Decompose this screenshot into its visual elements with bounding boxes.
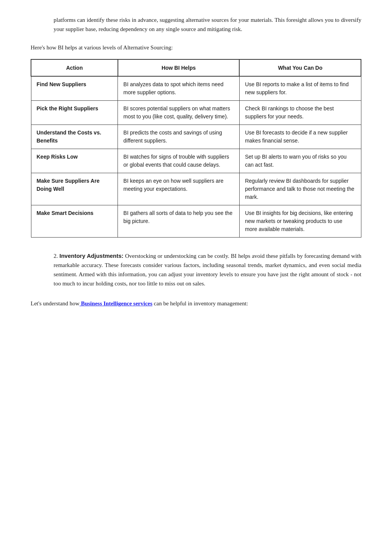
section-number: 2.	[54, 253, 58, 259]
table-cell-bi-helps: BI gathers all sorts of data to help you…	[118, 205, 240, 238]
table-cell-what-you-can-do: Set up BI alerts to warn you of risks so…	[239, 149, 361, 173]
table-cell-bi-helps: BI watches for signs of trouble with sup…	[118, 149, 240, 173]
table-cell-bi-helps: BI analyzes data to spot which items nee…	[118, 76, 240, 101]
table-cell-bi-helps: BI keeps an eye on how well suppliers ar…	[118, 173, 240, 205]
table-cell-what-you-can-do: Check BI rankings to choose the best sup…	[239, 101, 361, 125]
col-header-what-you-can-do: What You Can Do	[239, 59, 361, 76]
table-row: Make Sure Suppliers Are Doing WellBI kee…	[31, 173, 361, 205]
section-title: Inventory Adjustments:	[59, 252, 123, 259]
table-cell-action: Find New Suppliers	[31, 76, 118, 101]
table-cell-action: Pick the Right Suppliers	[31, 101, 118, 125]
table-row: Make Smart DecisionsBI gathers all sorts…	[31, 205, 361, 238]
table-row: Understand the Costs vs. BenefitsBI pred…	[31, 125, 361, 149]
table-row: Pick the Right SuppliersBI scores potent…	[31, 101, 361, 125]
table-cell-what-you-can-do: Regularly review BI dashboards for suppl…	[239, 173, 361, 205]
bottom-prefix: Let's understand how	[31, 300, 80, 307]
table-cell-what-you-can-do: Use BI reports to make a list of items t…	[239, 76, 361, 101]
table-cell-action: Keep Risks Low	[31, 149, 118, 173]
col-header-action: Action	[31, 59, 118, 76]
col-header-bi-helps: How BI Helps	[118, 59, 240, 76]
table-cell-bi-helps: BI predicts the costs and savings of usi…	[118, 125, 240, 149]
table-cell-action: Understand the Costs vs. Benefits	[31, 125, 118, 149]
bottom-suffix: can be helpful in inventory management:	[152, 300, 248, 307]
inventory-adjustments-section: 2.Inventory Adjustments: Overstocking or…	[31, 251, 361, 288]
table-cell-what-you-can-do: Use BI forecasts to decide if a new supp…	[239, 125, 361, 149]
table-cell-action: Make Smart Decisions	[31, 205, 118, 238]
section-intro-text: Here's how BI helps at various levels of…	[31, 43, 361, 52]
intro-paragraph: platforms can identify these risks in ad…	[31, 15, 361, 34]
bi-services-link[interactable]: Business Intelligence services	[80, 300, 152, 307]
bi-helps-table: Action How BI Helps What You Can Do Find…	[31, 59, 361, 238]
intro-text: platforms can identify these risks in ad…	[54, 17, 361, 32]
table-cell-action: Make Sure Suppliers Are Doing Well	[31, 173, 118, 205]
table-cell-bi-helps: BI scores potential suppliers on what ma…	[118, 101, 240, 125]
table-row: Find New SuppliersBI analyzes data to sp…	[31, 76, 361, 101]
bottom-paragraph: Let's understand how Business Intelligen…	[31, 299, 361, 308]
table-cell-what-you-can-do: Use BI insights for big decisions, like …	[239, 205, 361, 238]
table-row: Keep Risks LowBI watches for signs of tr…	[31, 149, 361, 173]
